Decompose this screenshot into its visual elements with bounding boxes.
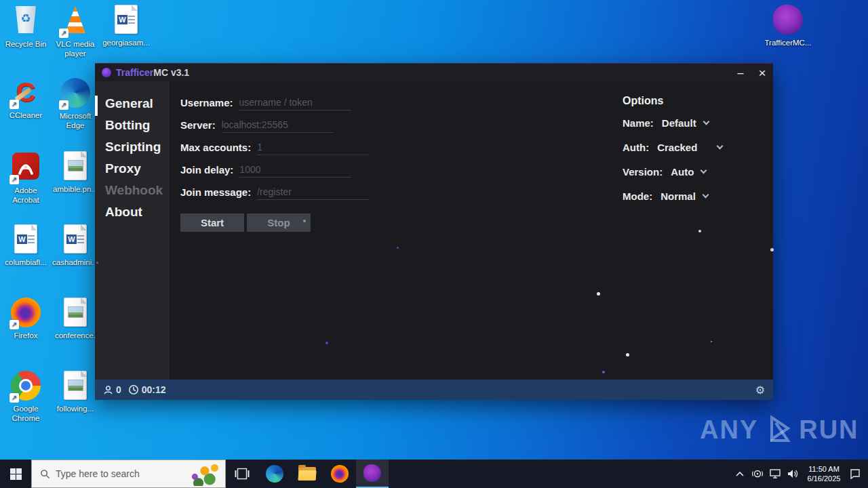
system-tray: 11:50 AM 6/16/2025 <box>731 460 868 488</box>
max-accounts-label: Max accounts: <box>180 142 251 153</box>
word-document-icon: W <box>111 5 142 36</box>
sidebar-item-proxy[interactable]: Proxy <box>95 158 170 180</box>
desktop-icon-label: CCleaner <box>1 110 51 120</box>
start-menu-button[interactable] <box>0 460 31 488</box>
desktop-icon-label: Firefox <box>1 331 51 340</box>
mode-label: Mode: <box>623 190 652 202</box>
desktop-icon-cashadmini[interactable]: W cashadmini... <box>50 224 100 267</box>
max-accounts-input[interactable] <box>257 140 369 155</box>
search-input[interactable] <box>56 468 171 479</box>
timer-icon <box>128 384 139 395</box>
active-tab-indicator <box>95 96 98 116</box>
image-file-icon <box>60 151 91 182</box>
ccleaner-icon: C↗ <box>10 77 41 108</box>
options-title: Options <box>623 95 722 107</box>
desktop-icon-firefox[interactable]: ↗ Firefox <box>1 297 51 340</box>
tray-recording-indicator[interactable] <box>749 460 766 488</box>
close-button[interactable]: × <box>751 64 773 82</box>
stop-button[interactable]: Stop <box>247 214 311 232</box>
image-file-icon <box>60 371 91 402</box>
taskbar-firefox-button[interactable] <box>323 460 356 488</box>
join-message-input[interactable] <box>257 185 369 200</box>
tray-clock[interactable]: 11:50 AM 6/16/2025 <box>802 464 846 484</box>
title-bar[interactable]: Trafficer MC v3.1 – × <box>95 63 773 81</box>
window-title-brand: Trafficer <box>116 67 153 78</box>
name-select[interactable]: Default <box>662 117 709 129</box>
desktop-icon-label: Adobe Acrobat <box>1 186 51 205</box>
desktop-icon-label: VLC media player <box>50 39 100 59</box>
desktop-icon-edge[interactable]: ↗ Microsoft Edge <box>50 77 100 131</box>
join-message-label: Join message: <box>180 186 251 198</box>
sidebar-item-scripting[interactable]: Scripting <box>95 136 170 158</box>
recycle-bin-icon: ♻ <box>10 6 41 37</box>
taskbar-edge-button[interactable] <box>258 460 291 488</box>
desktop-icon-recycle-bin[interactable]: ♻ Recycle Bin <box>1 4 51 49</box>
desktop-icon-vlc[interactable]: ↗ VLC media player <box>50 4 100 59</box>
desktop: ♻ Recycle Bin ↗ VLC media player W georg… <box>0 0 868 488</box>
bots-icon <box>103 385 113 395</box>
tray-network-button[interactable] <box>766 460 784 488</box>
server-input[interactable] <box>222 118 334 133</box>
watermark-text: RUN <box>799 415 859 445</box>
desktop-icon-label: ambible.pn... <box>50 184 100 194</box>
window-title-suffix: MC v3.1 <box>153 67 189 78</box>
chevron-down-icon <box>701 167 707 174</box>
options-panel: Options Name: Default Auth: Cracked <box>623 95 722 214</box>
tray-volume-button[interactable] <box>784 460 802 488</box>
auth-select[interactable]: Cracked <box>657 142 722 153</box>
chevron-down-icon <box>702 192 709 199</box>
sidebar-item-about[interactable]: About <box>95 201 170 223</box>
tray-time: 11:50 AM <box>802 464 846 474</box>
desktop-icon-trafficermc[interactable]: TrafficerMC... <box>763 4 813 47</box>
word-document-icon: W <box>10 224 41 256</box>
search-highlight-flowers-icon[interactable] <box>189 462 224 486</box>
edge-icon: ↗ <box>60 78 91 109</box>
taskbar-trafficermc-button[interactable] <box>356 460 389 488</box>
chevron-down-icon <box>717 143 724 150</box>
tray-show-hidden-icons-button[interactable] <box>731 460 749 488</box>
desktop-icon-label: TrafficerMC... <box>763 38 813 47</box>
sidebar-item-general[interactable]: General <box>95 93 170 115</box>
sidebar-item-botting[interactable]: Botting <box>95 115 170 136</box>
word-document-icon: W <box>60 224 91 256</box>
mode-select[interactable]: Normal <box>660 190 708 202</box>
desktop-icon-conference[interactable]: conference. <box>50 297 100 340</box>
join-delay-label: Join delay: <box>180 164 233 176</box>
version-label: Version: <box>623 166 663 178</box>
desktop-icon-ccleaner[interactable]: C↗ CCleaner <box>1 77 51 120</box>
desktop-icon-label: following... <box>50 404 100 413</box>
desktop-icon-chrome[interactable]: ↗ Google Chrome <box>1 370 51 424</box>
trafficermc-window: Trafficer MC v3.1 – × General Botting Sc… <box>95 63 773 400</box>
taskbar-file-explorer-button[interactable] <box>291 460 323 488</box>
chevron-up-icon <box>736 471 744 476</box>
desktop-icon-acrobat[interactable]: ↗ Adobe Acrobat <box>1 150 51 205</box>
version-select[interactable]: Auto <box>671 166 706 178</box>
desktop-icon-label: conference. <box>50 331 100 340</box>
desktop-icon-label: Microsoft Edge <box>50 111 100 131</box>
desktop-icon-ambible[interactable]: ambible.pn... <box>50 150 100 194</box>
taskbar-task-view-button[interactable] <box>226 460 258 488</box>
join-delay-input[interactable] <box>239 163 351 178</box>
desktop-icon-columbiafl[interactable]: W columbiafl... <box>1 224 51 267</box>
trafficermc-icon <box>363 464 381 482</box>
tray-action-center-button[interactable] <box>846 460 864 488</box>
minimize-button[interactable]: – <box>730 64 751 82</box>
settings-gear-icon[interactable]: ⚙ <box>755 384 765 396</box>
anyrun-logo-icon <box>761 413 796 446</box>
windows-logo-icon <box>10 468 22 480</box>
desktop-icon-following[interactable]: following... <box>50 370 100 413</box>
username-label: Username: <box>180 97 233 108</box>
username-input[interactable] <box>239 96 351 110</box>
desktop-icon-georgiasam[interactable]: W georgiasam... <box>101 4 151 47</box>
acrobat-icon: ↗ <box>10 152 41 184</box>
auth-label: Auth: <box>623 142 649 153</box>
task-view-icon <box>235 466 250 481</box>
sidebar-item-webhook[interactable]: Webhook <box>95 180 170 201</box>
name-label: Name: <box>623 117 654 129</box>
start-button[interactable]: Start <box>180 214 244 232</box>
notification-icon <box>849 468 861 479</box>
bot-count: 0 <box>116 384 121 395</box>
taskbar-search[interactable] <box>31 460 226 488</box>
desktop-icon-label: Google Chrome <box>1 404 51 424</box>
anyrun-watermark: ANY RUN <box>700 413 859 446</box>
